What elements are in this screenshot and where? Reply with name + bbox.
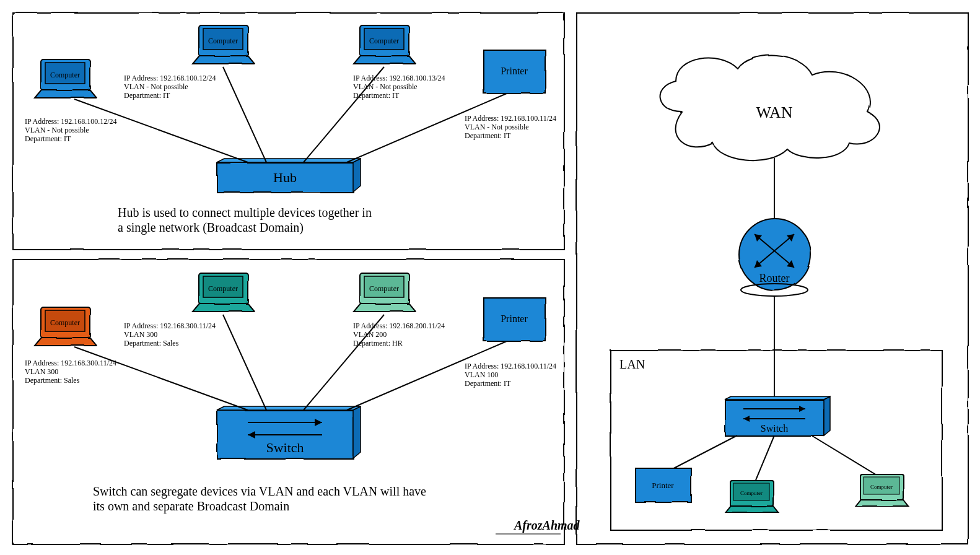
- wan-label: WAN: [756, 103, 792, 121]
- svg-text:VLAN 300: VLAN 300: [124, 330, 157, 339]
- wan-cloud: WAN: [660, 55, 879, 160]
- hub-caption-1: Hub is used to connect multiple devices …: [118, 206, 372, 220]
- svg-text:VLAN - Not possible: VLAN - Not possible: [25, 126, 89, 134]
- hub-printer: Printer IP Address: 192.168.100.11/24 VL…: [465, 50, 556, 140]
- svg-line-34: [223, 315, 266, 410]
- svg-text:Switch: Switch: [761, 423, 788, 434]
- svg-text:Computer: Computer: [208, 37, 238, 45]
- wan-lan-panel: WAN Router LAN Switch: [576, 12, 968, 544]
- author-signature: AfrozAhmad: [513, 518, 580, 533]
- switch-label: Switch: [266, 440, 304, 455]
- svg-text:IP Address: 192.168.300.11/24: IP Address: 192.168.300.11/24: [25, 359, 116, 367]
- svg-line-33: [74, 347, 248, 410]
- switch-panel: Switch Computer IP Address: 192.168.300.…: [12, 259, 580, 544]
- svg-text:VLAN - Not possible: VLAN - Not possible: [124, 82, 188, 91]
- svg-text:VLAN 300: VLAN 300: [25, 367, 58, 376]
- svg-text:Printer: Printer: [501, 313, 528, 324]
- lan-printer: Printer: [635, 468, 691, 502]
- svg-text:Department: Sales: Department: Sales: [124, 339, 179, 347]
- svg-text:Department: IT: Department: IT: [353, 91, 400, 100]
- svg-line-2: [74, 99, 248, 162]
- network-diagram: Hub Computer IP Address: 192.168.100.12/…: [0, 0, 980, 555]
- svg-text:VLAN 100: VLAN 100: [465, 370, 498, 379]
- switch-device: Switch: [217, 406, 361, 458]
- hub-computer-2: Computer IP Address: 192.168.100.12/24 V…: [124, 25, 254, 100]
- switch-printer: Printer IP Address: 192.168.100.11/24 VL…: [465, 297, 556, 388]
- router-device: Router: [738, 218, 810, 296]
- lan-box: LAN Switch Printer Computer: [610, 350, 942, 530]
- svg-text:Computer: Computer: [870, 484, 893, 490]
- switch-caption-2: its own and separate Broadcast Domain: [93, 499, 289, 513]
- lan-computer-1: Computer: [725, 480, 778, 512]
- svg-text:VLAN - Not possible: VLAN - Not possible: [353, 82, 418, 91]
- svg-text:Computer: Computer: [208, 284, 238, 293]
- hub-panel: Hub Computer IP Address: 192.168.100.12/…: [12, 12, 564, 249]
- svg-text:Department: IT: Department: IT: [25, 134, 71, 143]
- svg-text:Department: IT: Department: IT: [465, 131, 511, 140]
- switch-computer-3: Computer IP Address: 192.168.200.11/24 V…: [353, 273, 445, 347]
- svg-text:Computer: Computer: [369, 284, 399, 293]
- svg-text:Department: HR: Department: HR: [353, 339, 403, 347]
- svg-line-75: [812, 435, 880, 477]
- hub-computer-1: Computer IP Address: 192.168.100.12/24 V…: [25, 59, 117, 143]
- svg-text:Printer: Printer: [652, 481, 674, 490]
- svg-text:IP Address: 192.168.100.12/24: IP Address: 192.168.100.12/24: [124, 74, 216, 82]
- hub-device: Hub: [217, 159, 361, 192]
- svg-line-74: [756, 435, 774, 480]
- svg-text:Department: Sales: Department: Sales: [25, 376, 80, 385]
- svg-text:Department: IT: Department: IT: [465, 379, 511, 388]
- lan-switch: Switch: [725, 396, 830, 435]
- svg-text:IP Address: 192.168.100.11/24: IP Address: 192.168.100.11/24: [465, 362, 556, 370]
- svg-text:IP Address: 192.168.100.11/24: IP Address: 192.168.100.11/24: [465, 114, 556, 123]
- router-label: Router: [759, 272, 790, 284]
- svg-text:Computer: Computer: [50, 71, 80, 79]
- svg-line-73: [669, 435, 737, 471]
- svg-text:VLAN - Not possible: VLAN - Not possible: [465, 123, 529, 131]
- svg-text:IP Address: 192.168.300.11/24: IP Address: 192.168.300.11/24: [124, 321, 216, 330]
- svg-line-3: [223, 67, 266, 162]
- hub-computer-3: Computer IP Address: 192.168.100.13/24 V…: [353, 25, 445, 100]
- lan-label: LAN: [619, 357, 645, 371]
- switch-computer-2: Computer IP Address: 192.168.300.11/24 V…: [124, 273, 254, 347]
- svg-text:Computer: Computer: [369, 37, 399, 45]
- svg-text:IP Address: 192.168.100.13/24: IP Address: 192.168.100.13/24: [353, 74, 445, 82]
- svg-text:Computer: Computer: [740, 490, 763, 496]
- svg-text:VLAN 200: VLAN 200: [353, 330, 387, 339]
- svg-text:IP Address: 192.168.200.11/24: IP Address: 192.168.200.11/24: [353, 321, 445, 330]
- hub-caption-2: a single network (Broadcast Domain): [118, 221, 304, 235]
- svg-text:Computer: Computer: [50, 318, 80, 327]
- svg-text:Department: IT: Department: IT: [124, 91, 170, 100]
- svg-text:Printer: Printer: [501, 66, 528, 76]
- switch-computer-1: Computer IP Address: 192.168.300.11/24 V…: [25, 307, 116, 385]
- hub-label: Hub: [273, 170, 297, 185]
- switch-caption-1: Switch can segregate devices via VLAN an…: [93, 484, 426, 499]
- svg-text:IP Address: 192.168.100.12/24: IP Address: 192.168.100.12/24: [25, 117, 117, 126]
- lan-computer-2: Computer: [855, 474, 908, 506]
